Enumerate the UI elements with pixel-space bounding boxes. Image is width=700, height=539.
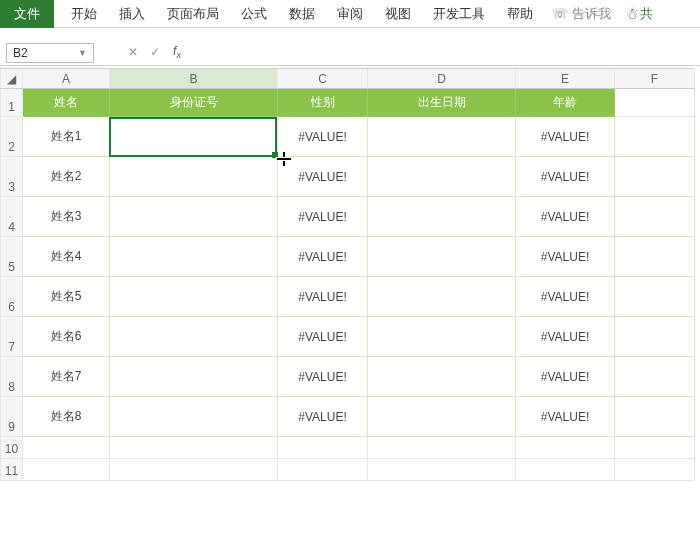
share-icon[interactable]: ☃	[625, 5, 638, 23]
cell[interactable]: #VALUE!	[516, 117, 615, 157]
col-header-D[interactable]: D	[368, 69, 516, 89]
cell[interactable]	[110, 237, 278, 277]
cell[interactable]	[368, 157, 516, 197]
header-dob[interactable]: 出生日期	[368, 89, 516, 117]
row-header[interactable]: 4	[1, 197, 23, 237]
cell[interactable]: #VALUE!	[278, 117, 368, 157]
cell[interactable]	[110, 459, 278, 481]
header-sex[interactable]: 性别	[278, 89, 368, 117]
cell[interactable]: #VALUE!	[516, 237, 615, 277]
row-header[interactable]: 5	[1, 237, 23, 277]
cell[interactable]: 姓名5	[23, 277, 110, 317]
cell[interactable]	[278, 437, 368, 459]
fx-icon[interactable]: fx	[166, 44, 188, 60]
cell[interactable]: #VALUE!	[516, 277, 615, 317]
header-blank[interactable]	[615, 89, 695, 117]
cell[interactable]	[110, 437, 278, 459]
row-header[interactable]: 2	[1, 117, 23, 157]
row-header[interactable]: 6	[1, 277, 23, 317]
col-header-C[interactable]: C	[278, 69, 368, 89]
cell[interactable]: #VALUE!	[516, 357, 615, 397]
cell[interactable]	[615, 277, 695, 317]
cell[interactable]	[615, 157, 695, 197]
row-header[interactable]: 9	[1, 397, 23, 437]
row-header[interactable]: 8	[1, 357, 23, 397]
cell[interactable]	[110, 277, 278, 317]
row-header[interactable]: 1	[1, 89, 23, 117]
cell[interactable]	[110, 117, 278, 157]
cell[interactable]: #VALUE!	[516, 317, 615, 357]
spreadsheet-grid[interactable]: ◢ A B C D E F 1 姓名 身份证号 性别 出生日期 年龄 2姓名1#…	[0, 68, 695, 481]
file-tab[interactable]: 文件	[0, 0, 54, 28]
col-header-E[interactable]: E	[516, 69, 615, 89]
cell[interactable]	[615, 459, 695, 481]
tab-developer[interactable]: 开发工具	[422, 0, 496, 28]
cell[interactable]	[23, 437, 110, 459]
row-header[interactable]: 7	[1, 317, 23, 357]
cell[interactable]: #VALUE!	[516, 157, 615, 197]
cell[interactable]: #VALUE!	[278, 277, 368, 317]
enter-icon[interactable]: ✓	[144, 45, 166, 59]
cell[interactable]: #VALUE!	[278, 317, 368, 357]
cell[interactable]	[615, 357, 695, 397]
tab-help[interactable]: 帮助	[496, 0, 544, 28]
cell[interactable]	[615, 397, 695, 437]
cell[interactable]	[368, 459, 516, 481]
cell[interactable]	[516, 437, 615, 459]
cell[interactable]	[110, 197, 278, 237]
cell[interactable]	[110, 157, 278, 197]
tab-home[interactable]: 开始	[60, 0, 108, 28]
col-header-F[interactable]: F	[615, 69, 695, 89]
tab-formulas[interactable]: 公式	[230, 0, 278, 28]
cell[interactable]: #VALUE!	[516, 397, 615, 437]
tab-insert[interactable]: 插入	[108, 0, 156, 28]
cell[interactable]	[368, 277, 516, 317]
select-all-corner[interactable]: ◢	[1, 69, 23, 89]
cell[interactable]	[368, 117, 516, 157]
tab-review[interactable]: 审阅	[326, 0, 374, 28]
cell[interactable]: #VALUE!	[278, 397, 368, 437]
cell[interactable]	[368, 317, 516, 357]
cell[interactable]	[368, 237, 516, 277]
header-id[interactable]: 身份证号	[110, 89, 278, 117]
cell[interactable]	[615, 117, 695, 157]
cell[interactable]	[516, 459, 615, 481]
col-header-B[interactable]: B	[110, 69, 278, 89]
cell[interactable]: #VALUE!	[516, 197, 615, 237]
cell[interactable]: 姓名8	[23, 397, 110, 437]
cell[interactable]	[110, 357, 278, 397]
cell[interactable]: 姓名7	[23, 357, 110, 397]
cell[interactable]	[110, 317, 278, 357]
header-age[interactable]: 年龄	[516, 89, 615, 117]
cell[interactable]	[110, 397, 278, 437]
cell[interactable]: #VALUE!	[278, 197, 368, 237]
name-box[interactable]: B2 ▼	[6, 43, 94, 63]
cell[interactable]: 姓名3	[23, 197, 110, 237]
cell[interactable]	[23, 459, 110, 481]
cell[interactable]	[368, 357, 516, 397]
cancel-icon[interactable]: ✕	[122, 45, 144, 59]
tab-view[interactable]: 视图	[374, 0, 422, 28]
col-header-A[interactable]: A	[23, 69, 110, 89]
cell[interactable]: 姓名4	[23, 237, 110, 277]
tab-page-layout[interactable]: 页面布局	[156, 0, 230, 28]
cell[interactable]	[368, 437, 516, 459]
share-label[interactable]: 共	[640, 5, 653, 23]
cell[interactable]	[615, 437, 695, 459]
chevron-down-icon[interactable]: ▼	[78, 44, 87, 62]
cell[interactable]	[615, 237, 695, 277]
tab-data[interactable]: 数据	[278, 0, 326, 28]
cell[interactable]	[278, 459, 368, 481]
cell[interactable]	[615, 197, 695, 237]
formula-input[interactable]	[192, 43, 700, 63]
cell[interactable]: #VALUE!	[278, 237, 368, 277]
cell[interactable]: 姓名2	[23, 157, 110, 197]
cell[interactable]	[368, 197, 516, 237]
row-header[interactable]: 10	[1, 437, 23, 459]
cell[interactable]: 姓名6	[23, 317, 110, 357]
cell[interactable]	[368, 397, 516, 437]
row-header[interactable]: 11	[1, 459, 23, 481]
tell-me-label[interactable]: 告诉我	[572, 5, 611, 23]
cell[interactable]: #VALUE!	[278, 157, 368, 197]
header-name[interactable]: 姓名	[23, 89, 110, 117]
